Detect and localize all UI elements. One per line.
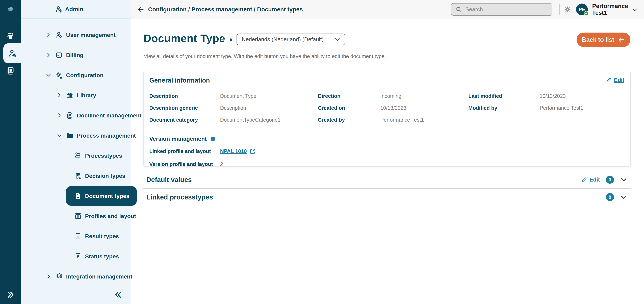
section-title: Linked processtypes bbox=[146, 194, 213, 201]
sidebar: Admin User management Billing bbox=[21, 0, 130, 304]
chevron-down-icon bbox=[46, 72, 51, 78]
default-values-edit-link[interactable]: Edit bbox=[581, 176, 600, 183]
back-arrow-icon[interactable] bbox=[137, 6, 144, 13]
document-pen-icon bbox=[74, 172, 82, 180]
info-icon[interactable] bbox=[210, 136, 216, 142]
section-title: Default values bbox=[146, 176, 192, 184]
sidebar-item-label: Status types bbox=[85, 253, 119, 260]
search-box bbox=[451, 3, 552, 16]
rail-admin-active-tab[interactable] bbox=[3, 43, 21, 64]
field-modified-by: Modified byPerformance Test1 bbox=[468, 102, 625, 114]
back-arrow-icon bbox=[618, 36, 625, 44]
sidebar-item-label: Integration management bbox=[66, 273, 132, 280]
field-description: DescriptionDocument Type bbox=[149, 90, 318, 102]
sidebar-item-process-management[interactable]: Process management bbox=[21, 126, 130, 146]
chevron-right-icon bbox=[56, 92, 62, 98]
avatar-initials: PE bbox=[579, 7, 585, 12]
double-chevron-left-icon bbox=[114, 290, 123, 299]
icon-rail bbox=[0, 0, 21, 304]
back-to-list-button[interactable]: Back to list bbox=[576, 32, 630, 47]
linked-profile-link[interactable]: NPAL 1010 bbox=[220, 148, 256, 155]
avatar-status-badge bbox=[584, 11, 589, 16]
field-last-modified: Last modified10/13/2023 bbox=[468, 90, 625, 102]
bank-icon bbox=[66, 91, 74, 99]
credit-card-icon bbox=[55, 51, 63, 59]
chevron-down-icon[interactable] bbox=[620, 194, 628, 201]
sidebar-item-user-management[interactable]: User management bbox=[21, 25, 130, 45]
double-chevron-right-icon bbox=[6, 290, 15, 299]
page-subtitle: View all details of your document type. … bbox=[144, 53, 386, 60]
sidebar-item-processtypes[interactable]: Processtypes bbox=[21, 146, 130, 166]
chevron-right-icon bbox=[46, 274, 51, 279]
workspace-people-icon[interactable] bbox=[0, 29, 21, 43]
sidebar-item-decision-types[interactable]: Decision types bbox=[21, 166, 130, 186]
chevron-down-icon bbox=[334, 36, 341, 43]
chevron-down-icon bbox=[56, 133, 62, 138]
title-separator-dot bbox=[230, 38, 232, 41]
version-management-rows: Linked profile and layout NPAL 1010 Vers… bbox=[149, 145, 630, 170]
chevron-right-icon bbox=[56, 112, 62, 118]
search-input[interactable] bbox=[465, 6, 549, 12]
avatar[interactable]: PE bbox=[576, 4, 588, 15]
columns-icon bbox=[74, 212, 82, 220]
linked-processtypes-count-badge: 0 bbox=[606, 193, 614, 201]
topbar: Configuration / Process management / Doc… bbox=[130, 0, 644, 19]
collapsible-sections: Default values Edit 3 Li bbox=[144, 171, 631, 206]
sidebar-expand-button[interactable] bbox=[0, 289, 21, 301]
general-information-card: General information Edit DescriptionDocu… bbox=[144, 71, 631, 167]
sidebar-item-label: Processtypes bbox=[85, 152, 122, 159]
settings-gear-icon[interactable] bbox=[563, 5, 572, 14]
sidebar-item-status-types[interactable]: Status types bbox=[21, 246, 130, 266]
sidebar-item-integration-management[interactable]: Integration management bbox=[21, 266, 130, 286]
user-gear-icon bbox=[55, 31, 63, 39]
check-icon bbox=[585, 12, 588, 15]
documents-rail-icon[interactable] bbox=[0, 64, 21, 77]
user-gear-icon bbox=[8, 49, 17, 58]
card-title: General information bbox=[149, 77, 210, 84]
field-version-profile-layout: Version profile and layout 2 bbox=[149, 158, 630, 170]
sidebar-item-label: Library bbox=[77, 92, 96, 99]
language-select[interactable]: Nederlands (Nederland) (Default) bbox=[236, 34, 345, 45]
sidebar-item-label: Process management bbox=[77, 132, 136, 139]
logo-cube-icon bbox=[5, 4, 16, 16]
bar-chart-icon bbox=[74, 232, 82, 240]
field-document-category: Document categoryDocumentTypeCategorie1 bbox=[149, 114, 318, 126]
sidebar-item-library[interactable]: Library bbox=[21, 85, 130, 105]
sidebar-item-label: Document management bbox=[77, 112, 142, 119]
sidebar-item-label: Result types bbox=[85, 233, 119, 240]
field-created-by: Created byPerformance Test1 bbox=[318, 114, 468, 126]
external-link-icon bbox=[249, 148, 256, 155]
sidebar-item-document-management[interactable]: Document management bbox=[21, 105, 130, 126]
breadcrumb: Configuration / Process management / Doc… bbox=[137, 0, 303, 19]
default-values-count-badge: 3 bbox=[606, 176, 614, 184]
chevron-down-icon[interactable] bbox=[632, 7, 638, 13]
sidebar-nav-list: User management Billing Configuration bbox=[21, 19, 130, 286]
main-area: Configuration / Process management / Doc… bbox=[130, 0, 644, 304]
puzzle-icon bbox=[55, 272, 63, 280]
sidebar-item-profiles-and-layout[interactable]: Profiles and layout bbox=[21, 206, 130, 226]
sidebar-header-admin: Admin bbox=[21, 0, 130, 19]
search-icon bbox=[455, 6, 462, 13]
field-description-generic: Description genericDescription bbox=[149, 102, 318, 114]
sidebar-item-label: Billing bbox=[66, 52, 84, 58]
sidebar-item-label: Document types bbox=[85, 193, 130, 199]
sidebar-admin-label: Admin bbox=[65, 6, 83, 12]
sidebar-item-billing[interactable]: Billing bbox=[21, 45, 130, 65]
app-logo-icon[interactable] bbox=[0, 2, 21, 18]
flag-icon bbox=[74, 252, 82, 260]
general-edit-link[interactable]: Edit bbox=[606, 77, 624, 83]
field-linked-profile-layout: Linked profile and layout NPAL 1010 bbox=[149, 145, 630, 158]
pencil-icon bbox=[581, 176, 588, 183]
sidebar-collapse-button[interactable] bbox=[112, 289, 124, 301]
section-default-values: Default values Edit 3 bbox=[144, 171, 631, 188]
chevron-down-icon[interactable] bbox=[620, 176, 628, 183]
sidebar-item-result-types[interactable]: Result types bbox=[21, 226, 130, 246]
pencil-icon bbox=[606, 77, 612, 83]
document-icon bbox=[74, 192, 82, 200]
field-direction: DirectionIncoming bbox=[318, 90, 468, 102]
sidebar-item-configuration[interactable]: Configuration bbox=[21, 65, 130, 85]
sidebar-item-document-types[interactable]: Document types bbox=[66, 186, 137, 206]
sidebar-item-label: User management bbox=[66, 32, 116, 38]
version-management-heading: Version management bbox=[149, 136, 630, 142]
field-created-on: Created on10/13/2023 bbox=[318, 102, 468, 114]
